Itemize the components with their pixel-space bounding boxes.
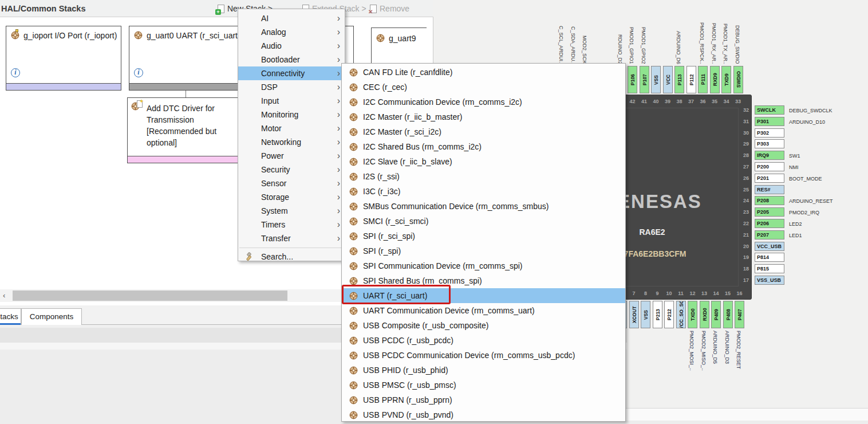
module-target-icon xyxy=(349,396,358,405)
submenu-item[interactable]: I2C Slave (r_iic_b_slave) xyxy=(342,154,625,169)
pin-box-right-30[interactable]: P302 xyxy=(755,128,784,138)
new-stack-icon: + xyxy=(218,5,224,13)
scrollbar-thumb[interactable] xyxy=(13,290,287,301)
pin-box-top-40[interactable]: VSS xyxy=(651,66,661,93)
submenu-item[interactable]: I2C Master (r_sci_i2c) xyxy=(342,124,625,139)
submenu-arrow-icon: › xyxy=(337,152,340,160)
pin-box-bottom-12[interactable]: TXD0 xyxy=(688,301,697,328)
menu-item-input[interactable]: Input › xyxy=(238,94,345,108)
menu-item-dsp[interactable]: DSP › xyxy=(238,80,345,94)
pin-box-bottom-13[interactable]: RXD0 xyxy=(700,301,709,328)
tab-stacks[interactable]: Stacks xyxy=(0,308,21,325)
tab-components[interactable]: Components xyxy=(21,308,82,325)
submenu-item[interactable]: I2C Master (r_iic_b_master) xyxy=(342,109,625,124)
pin-number-38: 38 xyxy=(674,99,685,104)
pin-box-bottom-14[interactable]: P409 xyxy=(711,301,721,328)
pin-box-right-17[interactable]: VSS_USB xyxy=(755,276,784,285)
menu-item-motor[interactable]: Motor › xyxy=(238,121,345,135)
pin-box-right-28[interactable]: IRQ9 xyxy=(755,151,784,160)
info-icon[interactable]: i xyxy=(134,68,143,77)
submenu-item[interactable]: USB Composite (r_usb_composite) xyxy=(342,318,625,333)
submenu-item-label: SMCI (r_sci_smci) xyxy=(363,217,428,226)
menu-item-security[interactable]: Security › xyxy=(238,163,345,176)
submenu-item[interactable]: I2S (r_ssi) xyxy=(342,169,625,184)
submenu-item[interactable]: USB PCDC Communication Device (rm_comms_… xyxy=(342,348,625,363)
pin-box-bottom-16[interactable]: P407 xyxy=(735,301,744,328)
pin-box-right-27[interactable]: P200 xyxy=(755,162,784,171)
pin-box-bottom-8[interactable]: VSS xyxy=(641,301,650,328)
module-target-icon xyxy=(349,351,358,360)
pin-box-top-41[interactable]: P107 xyxy=(640,66,649,93)
menu-item-bootloader[interactable]: Bootloader › xyxy=(238,53,345,66)
pin-signal-label-38: ARDUINO_D6 xyxy=(676,31,681,64)
pin-signal-label-31: ARDUINO_D10 xyxy=(789,119,825,125)
submenu-item[interactable]: USB PPRN (r_usb_pprn) xyxy=(342,392,625,407)
submenu-item[interactable]: SPI (r_spi) xyxy=(342,244,625,258)
menu-item-transfer[interactable]: Transfer › xyxy=(238,231,345,245)
pin-box-right-25[interactable]: RES# xyxy=(755,185,784,194)
submenu-item[interactable]: SMCI (r_sci_smci) xyxy=(342,214,625,229)
pin-box-bottom-7[interactable]: XCOUT xyxy=(629,301,639,328)
submenu-item[interactable]: USB PMSC (r_usb_pmsc) xyxy=(342,378,625,392)
pin-box-top-33[interactable]: SWDIO xyxy=(733,66,743,93)
dtc-sparkle-icon: ✦ xyxy=(139,98,144,104)
menu-item-sensor[interactable]: Sensor › xyxy=(238,176,345,190)
menu-item-label: Power xyxy=(261,151,337,160)
pin-box-right-26[interactable]: P201 xyxy=(755,174,784,183)
menu-item-connectivity[interactable]: Connectivity › xyxy=(238,66,345,80)
menu-item-ai[interactable]: AI › xyxy=(238,11,345,25)
pin-box-right-32[interactable]: SWCLK xyxy=(755,105,784,115)
submenu-item[interactable]: CEC (r_cec) xyxy=(342,80,625,95)
pin-box-bottom-10[interactable]: P212 xyxy=(664,301,674,328)
menu-item-timers[interactable]: Timers › xyxy=(238,218,345,231)
menu-item-monitoring[interactable]: Monitoring › xyxy=(238,108,345,121)
submenu-item[interactable]: I2C Communication Device (rm_comms_i2c) xyxy=(342,95,625,109)
submenu-item[interactable]: I3C (r_i3c) xyxy=(342,184,625,199)
pin-box-top-37[interactable]: P112 xyxy=(686,66,696,93)
pin-box-top-35[interactable]: RXD9 xyxy=(710,66,720,93)
pin-box-top-42[interactable]: P106 xyxy=(628,66,637,93)
pin-box-right-18[interactable]: P815 xyxy=(755,264,784,273)
pin-box-right-20[interactable]: VCC_USB xyxy=(755,242,784,251)
submenu-item[interactable]: CAN FD Lite (r_canfdlite) xyxy=(342,65,625,80)
submenu-item[interactable]: SPI Communication Device (rm_comms_spi) xyxy=(342,258,625,273)
pin-box-top-39[interactable]: VCC xyxy=(663,66,673,93)
pin-box-top-36[interactable]: P111 xyxy=(698,66,708,93)
menu-item-power[interactable]: Power › xyxy=(238,149,345,163)
pin-box-right-31[interactable]: P301 xyxy=(755,117,784,126)
submenu-item[interactable]: I2C Shared Bus (rm_comms_i2c) xyxy=(342,139,625,154)
info-icon[interactable]: i xyxy=(11,68,20,77)
pin-box-right-21[interactable]: P207 xyxy=(755,230,784,240)
submenu-arrow-icon: › xyxy=(337,97,340,105)
menu-item-search[interactable]: Search... xyxy=(238,250,345,264)
submenu-item[interactable]: USB PCDC (r_usb_pcdc) xyxy=(342,333,625,348)
menu-item-system[interactable]: System › xyxy=(238,204,345,218)
submenu-item[interactable]: UART Communication Device (rm_comms_uart… xyxy=(342,303,625,318)
pin-box-top-34[interactable]: TXD9 xyxy=(721,66,731,93)
menu-item-networking[interactable]: Networking › xyxy=(238,135,345,149)
menu-item-storage[interactable]: Storage › xyxy=(238,190,345,204)
scroll-left-arrow-icon[interactable]: ‹ xyxy=(3,291,5,300)
remove-button[interactable]: ✕Remove xyxy=(370,4,409,13)
submenu-item[interactable]: SMBus Communication Device (rm_comms_smb… xyxy=(342,199,625,214)
pin-box-bottom-15[interactable]: P408 xyxy=(723,301,733,328)
pin-box-right-22[interactable]: P206 xyxy=(755,219,784,228)
menu-item-audio[interactable]: Audio › xyxy=(238,39,345,53)
module-target-icon xyxy=(349,143,358,151)
module-target-icon xyxy=(349,307,358,315)
submenu-item[interactable]: USB PVND (r_usb_pvnd) xyxy=(342,407,625,422)
pin-box-right-19[interactable]: P814 xyxy=(755,253,784,262)
stack-connector-line xyxy=(186,91,186,97)
menu-item-label: Storage xyxy=(261,193,337,202)
pin-box-right-23[interactable]: P205 xyxy=(755,207,784,217)
pin-box-right-29[interactable]: P303 xyxy=(755,139,784,148)
submenu-item-label: USB PVND (r_usb_pvnd) xyxy=(363,410,453,419)
stack-box-ioport[interactable]: g_ioport I/O Port (r_ioport) i xyxy=(6,26,121,91)
pin-box-bottom-11[interactable]: VCC_SO_SC xyxy=(676,301,686,328)
pin-box-bottom-9[interactable]: P213 xyxy=(653,301,662,328)
submenu-item[interactable]: SPI (r_sci_spi) xyxy=(342,229,625,244)
pin-box-top-38[interactable]: P113 xyxy=(674,66,684,93)
submenu-item[interactable]: USB PHID (r_usb_phid) xyxy=(342,363,625,378)
pin-box-right-24[interactable]: P208 xyxy=(755,196,784,205)
menu-item-analog[interactable]: Analog › xyxy=(238,25,345,39)
